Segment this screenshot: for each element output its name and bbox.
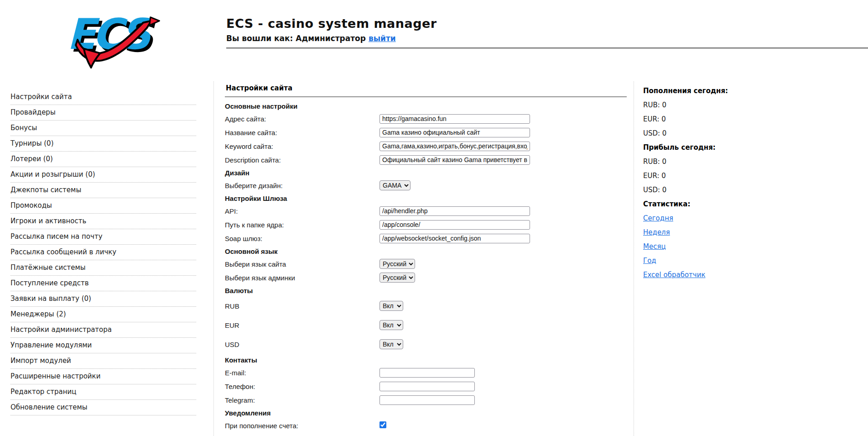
field-control (379, 206, 530, 216)
stat-heading: Пополнения сегодня: (643, 87, 728, 95)
stat-line: EUR: 0 (643, 168, 844, 183)
field-control: Вкл (379, 339, 403, 349)
sidebar-item[interactable]: Лотереи (0) (10, 152, 196, 167)
field-control (379, 234, 530, 243)
sidebar-item[interactable]: Платёжные системы (10, 260, 196, 276)
sidebar-item[interactable]: Джекпоты системы (10, 183, 196, 198)
field-control (379, 382, 475, 391)
sidebar-item[interactable]: Настройки сайта (10, 89, 196, 105)
stat-link[interactable]: Сегодня (643, 214, 673, 222)
sidebar-menu: Настройки сайтаПровайдерыБонусыТурниры (… (10, 89, 196, 415)
stat-line: Месяц (643, 239, 844, 253)
stat-heading: Прибыль сегодня: (643, 143, 716, 152)
stat-link[interactable]: Год (643, 257, 656, 265)
sidebar-item[interactable]: Обновление системы (10, 400, 196, 415)
field-control (379, 155, 530, 165)
stat-link[interactable]: Excel обработчик (643, 271, 705, 279)
sidebar-item[interactable]: Турниры (0) (10, 136, 196, 152)
select-input[interactable]: Вкл (379, 339, 403, 349)
field-label: API: (225, 207, 379, 215)
stat-line: Сегодня (643, 211, 844, 225)
select-input[interactable]: Вкл (379, 320, 403, 330)
text-input[interactable] (379, 142, 530, 151)
sidebar-item[interactable]: Настройки администратора (10, 322, 196, 338)
text-input[interactable] (379, 155, 530, 165)
field-control (379, 142, 530, 151)
sidebar-item[interactable]: Акции и розыгрыши (0) (10, 167, 196, 183)
text-input[interactable] (379, 368, 475, 378)
stat-line: RUB: 0 (643, 154, 844, 168)
text-input[interactable] (379, 382, 475, 391)
select-input[interactable]: Вкл (379, 301, 403, 311)
stat-line: RUB: 0 (643, 98, 844, 112)
form-row: Выбери язык админкиРусский (225, 271, 634, 284)
text-input[interactable] (379, 220, 530, 230)
stat-line: Статистика: (643, 197, 844, 211)
sidebar-item[interactable]: Расширенные настройки (10, 369, 196, 384)
field-label: Выбери язык сайта (225, 260, 379, 268)
form-row: USDВкл (225, 335, 634, 354)
form-row: EURВкл (225, 315, 634, 335)
form-row: Название сайта: (225, 126, 634, 139)
form-row: API: (225, 204, 634, 218)
stat-link[interactable]: Неделя (643, 228, 670, 236)
section-heading: Контакты (225, 354, 634, 366)
field-label: Название сайта: (225, 129, 379, 137)
field-control: Вкл (379, 320, 403, 330)
form-row: Выберите дизайн:GAMA (225, 179, 634, 192)
sidebar-item[interactable]: Рассылка сообщений в личку (10, 245, 196, 260)
section-heading: Основные настройки (225, 100, 634, 112)
field-control: Русский (379, 273, 415, 283)
sidebar-item[interactable]: Промокоды (10, 198, 196, 214)
stat-value: USD: 0 (643, 186, 666, 194)
select-input[interactable]: GAMA (379, 180, 411, 190)
field-label: EUR (225, 321, 379, 329)
section-heading: Валюты (225, 284, 634, 296)
field-label: RUB (225, 302, 379, 310)
stat-value: RUB: 0 (643, 101, 666, 109)
text-input[interactable] (379, 114, 530, 124)
sidebar-item[interactable]: Игроки и активность (10, 214, 196, 229)
header: ECS - casino system manager Вы вошли как… (226, 16, 437, 43)
text-input[interactable] (379, 206, 530, 216)
section-heading: Основной язык (225, 245, 634, 257)
sidebar-item[interactable]: Провайдеры (10, 105, 196, 121)
sidebar-item[interactable]: Бонусы (10, 121, 196, 136)
field-label: Выберите дизайн: (225, 182, 379, 189)
stat-line: Год (643, 253, 844, 268)
stats-panel: Пополнения сегодня:RUB: 0EUR: 0USD: 0При… (643, 84, 844, 282)
field-label: Telegram: (225, 396, 379, 404)
field-control: Вкл (379, 301, 403, 311)
select-input[interactable]: Русский (379, 273, 415, 283)
section-heading: Дизайн (225, 167, 634, 179)
text-input[interactable] (379, 128, 530, 137)
field-control (379, 395, 475, 405)
stat-link[interactable]: Месяц (643, 242, 666, 251)
text-input[interactable] (379, 234, 530, 243)
sidebar-item[interactable]: Редактор страниц (10, 384, 196, 400)
stat-line: USD: 0 (643, 126, 844, 140)
sidebar-item[interactable]: Импорт модулей (10, 353, 196, 369)
settings-form: Основные настройкиАдрес сайта:Название с… (225, 100, 634, 432)
sidebar-item[interactable]: Заявки на выплату (0) (10, 291, 196, 307)
field-control: Русский (379, 259, 415, 269)
field-control: GAMA (379, 180, 411, 190)
stat-value: RUB: 0 (643, 158, 666, 166)
sidebar-item[interactable]: Рассылка писем на почту (10, 229, 196, 245)
field-control (379, 220, 530, 230)
form-row: Телефон: (225, 379, 634, 393)
ecs-logo: ECS ECS (62, 7, 161, 70)
sidebar-item[interactable]: Поступление средств (10, 276, 196, 291)
checkbox-input[interactable] (379, 421, 386, 428)
text-input[interactable] (379, 395, 475, 405)
header-divider (226, 47, 868, 49)
field-label: Выбери язык админки (225, 274, 379, 282)
select-input[interactable]: Русский (379, 259, 415, 269)
logout-link[interactable]: выйти (369, 34, 396, 43)
sidebar-item[interactable]: Менеджеры (2) (10, 307, 196, 322)
form-row: Путь к папке ядра: (225, 218, 634, 231)
sidebar-item[interactable]: Управление модулями (10, 338, 196, 353)
field-control (379, 421, 386, 430)
form-row: При пополнение счета: (225, 419, 634, 432)
stat-line: EUR: 0 (643, 112, 844, 126)
